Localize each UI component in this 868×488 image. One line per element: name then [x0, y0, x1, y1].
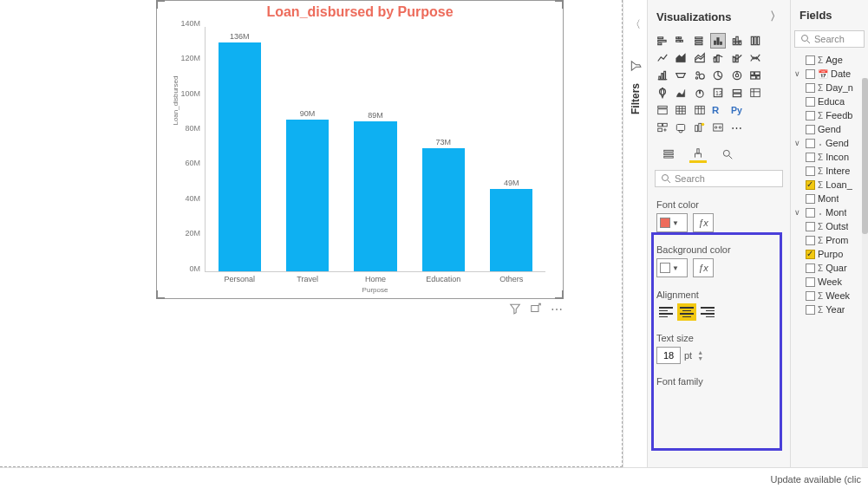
viz-type-21[interactable] [655, 85, 670, 101]
field-gend[interactable]: ∨⬪Gend [794, 136, 868, 150]
field-checkbox[interactable] [806, 222, 815, 231]
viz-type-19[interactable] [747, 68, 763, 83]
field-feedb[interactable]: ΣFeedb [794, 108, 868, 122]
field-checkbox[interactable] [806, 194, 815, 204]
field-gend[interactable]: Gend [794, 122, 868, 136]
fields-scrollbar[interactable] [862, 78, 868, 467]
viz-type-3[interactable] [710, 33, 726, 49]
field-loan_[interactable]: ΣLoan_ [794, 178, 868, 192]
viz-type-35[interactable] [655, 120, 670, 135]
field-checkbox[interactable] [806, 166, 815, 176]
field-checkbox[interactable] [806, 69, 815, 79]
bg-color-fx-button[interactable]: ƒx [693, 258, 714, 277]
viz-type-30[interactable] [692, 102, 708, 118]
viz-type-22[interactable] [673, 85, 689, 101]
bar[interactable] [422, 148, 465, 271]
viz-type-28[interactable] [655, 102, 670, 118]
resize-handle-bl[interactable] [156, 290, 165, 299]
viz-type-17[interactable] [710, 68, 726, 83]
viz-type-1[interactable] [673, 33, 689, 49]
viz-type-2[interactable] [692, 33, 708, 49]
field-outst[interactable]: ΣOutst [794, 219, 868, 233]
analytics-tab-icon[interactable] [719, 146, 736, 163]
field-checkbox[interactable] [806, 277, 815, 287]
field-year[interactable]: ΣYear [794, 303, 868, 316]
chart-visual-container[interactable]: Loan_disbursed by Purpose Loan_disbursed… [156, 0, 564, 299]
expand-icon[interactable]: ∨ [794, 139, 803, 147]
field-checkbox[interactable] [806, 55, 815, 65]
field-checkbox[interactable] [806, 291, 815, 301]
bg-color-picker[interactable]: ▼ [656, 258, 688, 277]
bar-personal[interactable]: 136MPersonal [209, 27, 271, 271]
viz-type-37[interactable] [692, 120, 708, 135]
viz-type-8[interactable] [673, 50, 689, 66]
field-age[interactable]: ΣAge [794, 53, 868, 67]
field-week[interactable]: Week [794, 275, 868, 289]
font-color-picker[interactable]: ▼ [656, 213, 688, 232]
bar[interactable] [490, 189, 532, 271]
viz-type-26[interactable] [747, 85, 763, 101]
align-left-button[interactable] [656, 303, 675, 321]
viz-type-32[interactable]: Py [729, 102, 745, 118]
viz-type-18[interactable] [729, 68, 745, 83]
align-center-button[interactable] [677, 303, 696, 321]
text-size-input[interactable] [656, 347, 681, 364]
font-color-fx-button[interactable]: ƒx [693, 213, 714, 232]
format-search-input[interactable]: Search [655, 170, 783, 187]
viz-type-29[interactable] [673, 102, 689, 118]
viz-type-15[interactable] [673, 68, 689, 83]
viz-type-5[interactable] [747, 33, 763, 49]
viz-type-12[interactable] [747, 50, 763, 66]
viz-type-14[interactable] [655, 68, 670, 83]
bar[interactable] [286, 120, 329, 271]
field-checkbox[interactable] [806, 305, 815, 315]
viz-type-38[interactable] [710, 120, 726, 135]
fields-tab-icon[interactable] [660, 146, 677, 163]
bar[interactable] [219, 42, 261, 271]
field-mont[interactable]: Mont [794, 192, 868, 205]
field-checkbox[interactable] [806, 139, 815, 148]
resize-handle-br[interactable] [555, 290, 564, 299]
field-checkbox[interactable] [806, 83, 815, 93]
field-checkbox[interactable] [806, 250, 815, 259]
viz-type-16[interactable] [692, 68, 708, 83]
viz-type-31[interactable]: R [710, 102, 726, 118]
field-checkbox[interactable] [806, 111, 815, 120]
field-intere[interactable]: ΣIntere [794, 164, 868, 178]
text-size-up[interactable]: ▲ [697, 349, 703, 355]
expand-icon[interactable]: ∨ [794, 69, 803, 78]
bar-travel[interactable]: 90MTravel [277, 27, 338, 271]
viz-type-10[interactable] [710, 50, 726, 66]
viz-type-24[interactable]: 12 [710, 85, 726, 101]
field-week[interactable]: ΣWeek [794, 289, 868, 303]
viz-type-4[interactable] [729, 33, 745, 49]
field-checkbox[interactable] [806, 264, 815, 273]
scrollbar-thumb[interactable] [862, 78, 868, 234]
viz-type-25[interactable] [729, 85, 745, 101]
focus-mode-icon[interactable] [530, 303, 542, 317]
field-date[interactable]: ∨📅Date [794, 67, 868, 81]
resize-handle-tl[interactable] [156, 0, 165, 9]
viz-type-23[interactable] [692, 85, 708, 101]
fields-search-input[interactable]: Search [794, 30, 865, 48]
field-checkbox[interactable] [806, 208, 815, 218]
viz-type-9[interactable] [692, 50, 708, 66]
resize-handle-tr[interactable] [555, 0, 564, 9]
bar-education[interactable]: 73MEducation [413, 27, 474, 271]
bar[interactable] [354, 121, 396, 271]
viz-pane-collapse-button[interactable]: 〉 [770, 9, 781, 24]
update-available-link[interactable]: Update available (clic [770, 474, 861, 485]
bar-others[interactable]: 49MOthers [480, 27, 542, 271]
viz-type-39[interactable]: ⋯ [729, 120, 745, 135]
more-options-icon[interactable]: ⋯ [551, 303, 563, 317]
field-mont[interactable]: ∨⬪Mont [794, 205, 868, 219]
expand-icon[interactable]: ∨ [794, 208, 803, 217]
viz-type-36[interactable] [673, 120, 689, 135]
field-quar[interactable]: ΣQuar [794, 261, 868, 275]
align-right-button[interactable] [698, 303, 717, 321]
field-checkbox[interactable] [806, 153, 815, 162]
viz-type-11[interactable] [729, 50, 745, 66]
field-day_n[interactable]: ΣDay_n [794, 81, 868, 94]
field-purpo[interactable]: Purpo [794, 247, 868, 261]
field-checkbox[interactable] [806, 97, 815, 107]
